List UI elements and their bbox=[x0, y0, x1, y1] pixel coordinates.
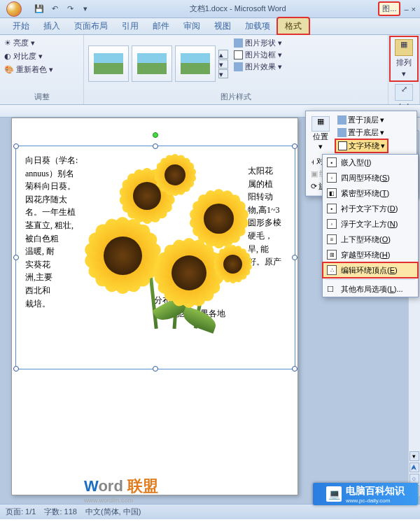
wrap-more-options[interactable]: ☐其他布局选项(L)... bbox=[323, 281, 418, 297]
wrap-topbottom[interactable]: ≡上下型环绕(O) bbox=[323, 232, 418, 247]
resize-handle-ne[interactable] bbox=[292, 143, 298, 149]
text-wrap-button[interactable]: 文字环绕 ▾ bbox=[335, 139, 388, 153]
recolor-icon: 🎨 bbox=[4, 65, 14, 74]
align-icon: ⫞ bbox=[311, 157, 315, 166]
picture-border-icon bbox=[234, 50, 243, 59]
wrap-square-icon: ▫ bbox=[327, 173, 337, 183]
style-thumb-1[interactable] bbox=[88, 45, 129, 82]
gallery-more[interactable]: ▾ bbox=[218, 69, 228, 78]
group-adjust-label: 调整 bbox=[1, 91, 82, 103]
group-picture-styles: ▴ ▾ ▾ 图片形状 ▾ 图片边框 ▾ 图片效果 ▾ 图片样式 bbox=[84, 35, 388, 104]
wrap-behind[interactable]: ▪衬于文字下方(D) bbox=[323, 201, 418, 216]
resize-handle-sw[interactable] bbox=[13, 366, 19, 372]
wrap-infront[interactable]: ▫浮于文字上方(N) bbox=[323, 216, 418, 232]
picture-shape-icon bbox=[234, 38, 243, 48]
position-icon: ▦ bbox=[312, 116, 330, 132]
send-back-icon bbox=[337, 128, 346, 137]
office-button[interactable] bbox=[0, 0, 28, 18]
tab-references[interactable]: 引用 bbox=[115, 18, 146, 34]
gallery-scroll-up[interactable]: ▴ bbox=[218, 50, 228, 59]
resize-handle-s[interactable] bbox=[153, 366, 158, 372]
wrap-inline[interactable]: ▪嵌入型(I) bbox=[323, 155, 418, 170]
minimize-button[interactable]: – bbox=[404, 5, 408, 13]
group-arrange: ▦ 排列▾ ⤢ 大小▾ bbox=[388, 35, 420, 104]
wrap-edit-points[interactable]: ∴编辑环绕顶点(E) bbox=[323, 262, 418, 278]
tab-mail[interactable]: 邮件 bbox=[146, 18, 176, 34]
tab-pagelayout[interactable]: 页面布局 bbox=[67, 18, 115, 34]
bring-front-icon bbox=[337, 115, 346, 125]
wrap-tight[interactable]: ◧紧密型环绕(T) bbox=[323, 185, 418, 201]
redo-icon[interactable]: ↷ bbox=[64, 3, 76, 15]
arrange-icon: ▦ bbox=[395, 39, 413, 56]
tab-home[interactable]: 开始 bbox=[6, 18, 36, 34]
bring-front-button[interactable]: 置于顶层 ▾ bbox=[335, 114, 388, 126]
wrap-more-icon: ☐ bbox=[327, 285, 337, 294]
send-back-button[interactable]: 置于底层 ▾ bbox=[335, 127, 388, 139]
wrap-tight-icon: ◧ bbox=[327, 188, 337, 198]
prev-page-icon[interactable]: ⮝ bbox=[410, 463, 419, 472]
contrast-icon: ◐ bbox=[4, 52, 11, 61]
style-thumb-2[interactable] bbox=[132, 45, 172, 82]
contrast-button[interactable]: ◐对比度 ▾ bbox=[1, 50, 82, 63]
tab-review[interactable]: 审阅 bbox=[176, 18, 207, 34]
picture-effects-button[interactable]: 图片效果 ▾ bbox=[234, 62, 282, 72]
rotate-icon: ⟳ bbox=[311, 182, 317, 191]
recolor-button[interactable]: 🎨重新着色 ▾ bbox=[1, 63, 82, 76]
group-styles-label: 图片样式 bbox=[85, 91, 386, 103]
contextual-tab-label: 图... bbox=[379, 2, 400, 15]
ribbon: ☀亮度 ▾ ◐对比度 ▾ 🎨重新着色 ▾ 调整 ▴ ▾ ▾ 图片形状 ▾ 图片边… bbox=[0, 35, 420, 105]
status-bar: 页面: 1/1 字数: 118 中文(简体, 中国) bbox=[0, 504, 420, 519]
window-title: 文档1.docx - Microsoft Word bbox=[97, 3, 379, 14]
sunflower-image bbox=[70, 154, 252, 329]
site-logo-icon: 💻 bbox=[326, 486, 342, 502]
position-button[interactable]: ▦ 位置▾ bbox=[309, 116, 332, 151]
resize-handle-w[interactable] bbox=[13, 255, 19, 260]
status-language[interactable]: 中文(简体, 中国) bbox=[85, 507, 141, 517]
size-icon: ⤢ bbox=[395, 84, 413, 101]
wrap-through[interactable]: ⊞穿越型环绕(H) bbox=[323, 247, 418, 262]
close-button[interactable]: × bbox=[412, 5, 416, 13]
resize-handle-n[interactable] bbox=[153, 143, 158, 149]
arrange-button[interactable]: ▦ 排列▾ bbox=[390, 36, 418, 81]
tab-insert[interactable]: 插入 bbox=[36, 18, 67, 34]
ribbon-tabs: 开始 插入 页面布局 引用 邮件 审阅 视图 加载项 格式 bbox=[0, 18, 420, 35]
resize-handle-se[interactable] bbox=[292, 366, 298, 372]
text-wrap-menu: ▪嵌入型(I) ▫四周型环绕(S) ◧紧密型环绕(T) ▪衬于文字下方(D) ▫… bbox=[322, 154, 419, 297]
tab-view[interactable]: 视图 bbox=[207, 18, 238, 34]
customize-qat-icon[interactable]: ▾ bbox=[80, 3, 91, 15]
browse-object-icon[interactable]: ○ bbox=[410, 474, 419, 484]
resize-handle-nw[interactable] bbox=[13, 143, 19, 149]
quick-access-toolbar: 💾 ↶ ↷ ▾ bbox=[28, 3, 97, 15]
status-word-count[interactable]: 字数: 118 bbox=[44, 507, 76, 517]
tab-addins[interactable]: 加载项 bbox=[238, 18, 277, 34]
wordlm-watermark: Word 联盟 www.wordlm.com bbox=[84, 476, 158, 504]
picture-options: 图片形状 ▾ 图片边框 ▾ 图片效果 ▾ bbox=[231, 36, 285, 91]
save-icon[interactable]: 💾 bbox=[34, 3, 45, 15]
wrap-infront-icon: ▫ bbox=[327, 219, 337, 229]
wrap-square[interactable]: ▫四周型环绕(S) bbox=[323, 170, 418, 185]
brightness-button[interactable]: ☀亮度 ▾ bbox=[1, 36, 82, 50]
rotate-handle[interactable] bbox=[153, 132, 158, 138]
brightness-icon: ☀ bbox=[4, 38, 11, 48]
tab-format[interactable]: 格式 bbox=[277, 17, 309, 34]
window-controls: – × bbox=[402, 5, 420, 13]
text-wrap-icon bbox=[338, 141, 347, 150]
wrap-through-icon: ⊞ bbox=[327, 250, 337, 260]
undo-icon[interactable]: ↶ bbox=[49, 3, 60, 15]
wrap-inline-icon: ▪ bbox=[327, 157, 337, 167]
wrap-behind-icon: ▪ bbox=[327, 204, 337, 213]
picture-effects-icon bbox=[234, 62, 243, 71]
title-bar: 💾 ↶ ↷ ▾ 文档1.docx - Microsoft Word 图... –… bbox=[0, 0, 420, 18]
document-text-right[interactable]: 太阳花 属的植 阳转动 物,高1~3 圆形多棱 硬毛， 旱, 能 籽。原产 bbox=[248, 164, 294, 269]
gallery-scroll-down[interactable]: ▾ bbox=[218, 59, 228, 69]
scroll-down-icon[interactable]: ▾ bbox=[410, 451, 419, 461]
group-adjust: ☀亮度 ▾ ◐对比度 ▾ 🎨重新着色 ▾ 调整 bbox=[0, 35, 84, 104]
status-page[interactable]: 页面: 1/1 bbox=[6, 507, 36, 517]
picture-style-gallery[interactable]: ▴ ▾ ▾ bbox=[85, 36, 231, 91]
picture-border-button[interactable]: 图片边框 ▾ bbox=[234, 50, 282, 60]
site-logo-overlay: 💻 电脑百科知识 www.pc-daily.com bbox=[313, 483, 418, 505]
wrap-edit-points-icon: ∴ bbox=[327, 265, 337, 275]
picture-shape-button[interactable]: 图片形状 ▾ bbox=[234, 38, 282, 48]
group-icon: ▣ bbox=[311, 169, 318, 178]
style-thumb-3[interactable] bbox=[175, 45, 216, 82]
